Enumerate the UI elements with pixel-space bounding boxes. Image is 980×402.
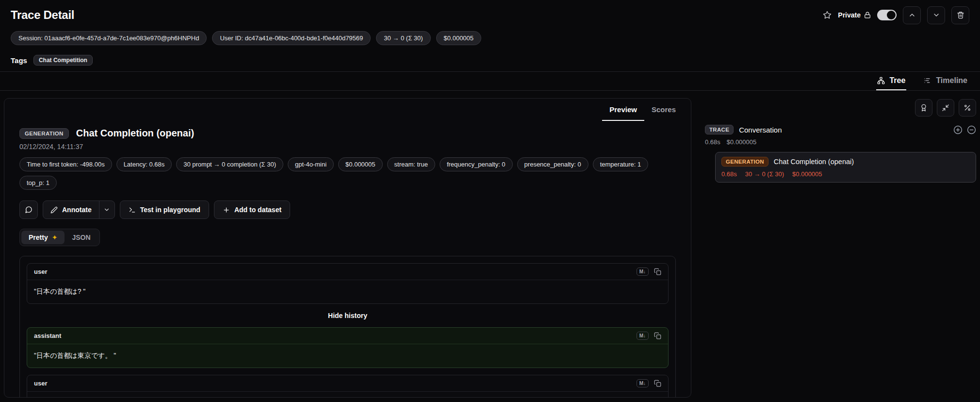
toggle-knob bbox=[887, 11, 896, 19]
tree-node-title: Chat Completion (openai) bbox=[774, 158, 854, 166]
message-header: user M↓ bbox=[27, 264, 668, 280]
toggle-metrics-button[interactable] bbox=[959, 99, 976, 117]
format-json-label: JSON bbox=[72, 234, 90, 241]
format-json-tab[interactable]: JSON bbox=[65, 231, 98, 244]
tree-toolbar bbox=[705, 99, 976, 117]
privacy-label: Private bbox=[838, 11, 861, 19]
bookmark-star-button[interactable] bbox=[823, 11, 832, 19]
comments-button[interactable] bbox=[19, 201, 38, 219]
add-to-dataset-button[interactable]: Add to dataset bbox=[214, 201, 290, 219]
collapse-node-button[interactable] bbox=[967, 125, 976, 134]
message-user-1: user M↓ "日本の首都は? " bbox=[27, 263, 669, 304]
observation-title: Chat Completion (openai) bbox=[76, 128, 194, 139]
next-trace-button[interactable] bbox=[927, 6, 945, 24]
copy-icon bbox=[654, 380, 661, 387]
test-in-playground-button[interactable]: Test in playground bbox=[120, 201, 209, 219]
tab-timeline-label: Timeline bbox=[936, 76, 967, 85]
trash-icon bbox=[957, 11, 964, 19]
plus-circle-icon bbox=[953, 125, 963, 134]
trace-type-badge: TRACE bbox=[705, 125, 734, 134]
pill-frequency-penalty: frequency_penalty: 0 bbox=[440, 157, 513, 171]
observation-metric-pills: Time to first token: -498.00s Latency: 0… bbox=[19, 157, 676, 190]
message-header: assistant M↓ bbox=[27, 328, 668, 344]
markdown-toggle-icon[interactable]: M↓ bbox=[637, 332, 649, 340]
award-icon bbox=[920, 104, 928, 112]
main-content: Preview Scores GENERATION Chat Completio… bbox=[0, 91, 980, 398]
trace-metrics: 0.68s $0.000005 bbox=[705, 138, 976, 146]
view-tabs: Tree Timeline bbox=[0, 72, 980, 91]
tree-node-metrics: 0.68s 30 → 0 (Σ 30) $0.000005 bbox=[721, 170, 970, 178]
expand-all-button[interactable] bbox=[953, 125, 963, 134]
preview-panel-tabs: Preview Scores bbox=[4, 99, 691, 121]
meta-badges-row: Session: 01aaacf6-e0fe-457d-a7de-7c1ee08… bbox=[0, 24, 980, 45]
chevron-down-icon bbox=[103, 206, 110, 213]
user-id-badge[interactable]: User ID: dc47a41e-06bc-400d-bde1-f0e440d… bbox=[212, 31, 371, 45]
tab-preview[interactable]: Preview bbox=[602, 99, 644, 121]
collapse-all-button[interactable] bbox=[937, 99, 954, 117]
annotate-split-button: Annotate bbox=[43, 201, 115, 219]
message-role: user bbox=[34, 380, 47, 387]
message-tools: M↓ bbox=[637, 332, 661, 340]
markdown-toggle-icon[interactable]: M↓ bbox=[637, 379, 649, 387]
session-badge[interactable]: Session: 01aaacf6-e0fe-457d-a7de-7c1ee08… bbox=[11, 31, 207, 45]
minus-circle-icon bbox=[967, 125, 976, 134]
minimize-icon bbox=[942, 104, 949, 112]
annotate-dropdown-button[interactable] bbox=[99, 201, 114, 218]
message-role: assistant bbox=[34, 332, 61, 339]
trace-tree-panel: TRACE Conversation 0.68s $0.000005 GENER bbox=[705, 98, 976, 398]
observation-actions: Annotate Test in playground Add to datas… bbox=[19, 201, 676, 219]
tags-label: Tags bbox=[11, 56, 27, 65]
trace-root-row[interactable]: TRACE Conversation bbox=[705, 125, 976, 134]
message-content: "日本の首都は東京です。 " bbox=[27, 344, 668, 368]
comment-bubble-icon bbox=[25, 206, 33, 214]
copy-button[interactable] bbox=[654, 332, 661, 339]
observation-header: GENERATION Chat Completion (openai) bbox=[19, 128, 676, 139]
message-content: "ありがとう" bbox=[27, 392, 668, 398]
trace-cost: $0.000005 bbox=[727, 138, 756, 146]
pill-top-p: top_p: 1 bbox=[19, 176, 57, 190]
trace-expand-controls bbox=[953, 125, 976, 134]
copy-button[interactable] bbox=[654, 380, 661, 387]
trace-detail-page: Trace Detail Private Session: 01aaacf6-e… bbox=[0, 0, 980, 402]
tab-scores[interactable]: Scores bbox=[644, 99, 683, 121]
node-cost: $0.000005 bbox=[792, 170, 822, 178]
hide-history-button[interactable]: Hide history bbox=[27, 311, 669, 320]
pill-model[interactable]: gpt-4o-mini bbox=[288, 157, 334, 171]
toggle-scores-button[interactable] bbox=[915, 99, 932, 117]
node-token-usage: 30 → 0 (Σ 30) bbox=[745, 170, 784, 178]
tag-chat-competition[interactable]: Chat Competition bbox=[33, 55, 93, 66]
observation-type-badge: GENERATION bbox=[19, 128, 69, 139]
observation-preview-panel: Preview Scores GENERATION Chat Completio… bbox=[4, 98, 691, 398]
terminal-icon bbox=[129, 206, 136, 214]
pill-cost: $0.000005 bbox=[338, 157, 382, 171]
pill-token-usage: 30 prompt → 0 completion (Σ 30) bbox=[176, 157, 283, 171]
annotate-button[interactable]: Annotate bbox=[43, 201, 99, 218]
pill-presence-penalty: presence_penalty: 0 bbox=[517, 157, 588, 171]
sparkles-icon: ✦ bbox=[52, 234, 58, 241]
tab-tree-label: Tree bbox=[889, 76, 905, 85]
message-user-2: user M↓ "ありがとう" bbox=[27, 375, 669, 398]
format-pretty-label: Pretty bbox=[29, 234, 48, 241]
message-header: user M↓ bbox=[27, 375, 668, 392]
add-to-dataset-label: Add to dataset bbox=[234, 206, 281, 214]
message-assistant: assistant M↓ "日本の首都は東京です。 " bbox=[27, 327, 669, 368]
markdown-toggle-icon[interactable]: M↓ bbox=[637, 268, 649, 276]
public-access-toggle[interactable] bbox=[877, 10, 897, 20]
message-tools: M↓ bbox=[637, 268, 661, 276]
delete-trace-button[interactable] bbox=[951, 6, 969, 24]
format-pretty-tab[interactable]: Pretty ✦ bbox=[21, 231, 65, 244]
copy-button[interactable] bbox=[654, 268, 661, 275]
page-title: Trace Detail bbox=[11, 8, 74, 22]
previous-trace-button[interactable] bbox=[903, 6, 921, 24]
io-messages-container: user M↓ "日本の首都は? " Hide history bbox=[19, 256, 676, 398]
tree-node-generation[interactable]: GENERATION Chat Completion (openai) 0.68… bbox=[715, 152, 976, 183]
privacy-control[interactable]: Private bbox=[838, 11, 871, 19]
tab-tree[interactable]: Tree bbox=[876, 72, 906, 90]
header-actions: Private bbox=[823, 6, 969, 24]
copy-icon bbox=[654, 332, 661, 339]
pill-temperature: temperature: 1 bbox=[593, 157, 649, 171]
test-in-playground-label: Test in playground bbox=[140, 206, 200, 214]
tab-timeline[interactable]: Timeline bbox=[923, 72, 968, 90]
copy-icon bbox=[654, 268, 661, 275]
timeline-icon bbox=[924, 77, 931, 84]
